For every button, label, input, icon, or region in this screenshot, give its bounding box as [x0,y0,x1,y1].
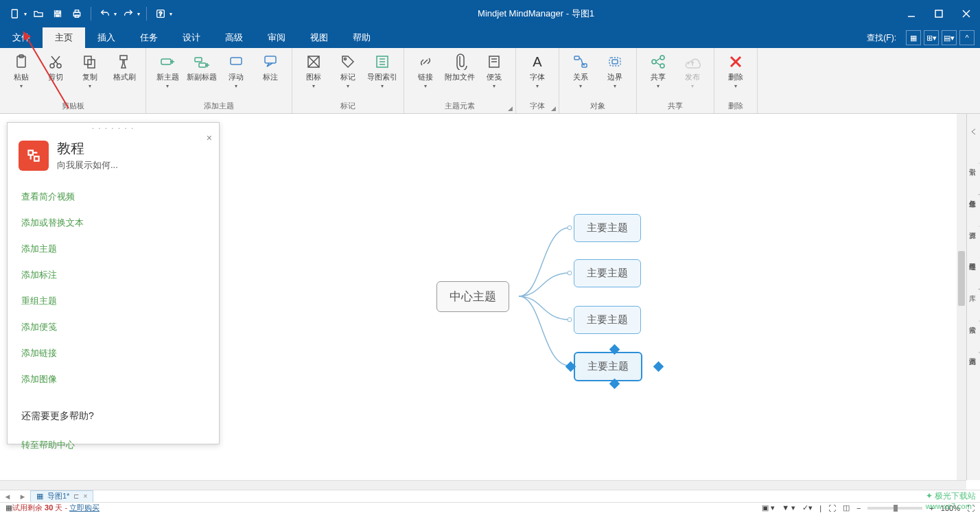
tag-button[interactable]: 标记▾ [331,51,365,92]
zoom-in-button[interactable]: + [929,504,933,512]
sidebar-parts[interactable]: 导图组件 [968,243,980,273]
tab-view[interactable]: 视图 [298,27,340,48]
relation-button[interactable]: 关系▾ [563,51,598,92]
tutorial-link-add-note[interactable]: 添加便笺 [21,314,205,340]
vertical-scrollbar[interactable] [957,114,966,480]
delete-button[interactable]: 删除▾ [719,51,753,92]
menubar-icon-3[interactable]: ▤▾ [942,30,957,45]
zoom-level[interactable]: 100% [941,504,960,512]
menubar-icon-2[interactable]: ⊞▾ [924,30,939,45]
status-fullscreen-icon[interactable]: ⛶ [967,504,975,512]
zoom-out-button[interactable]: − [856,504,861,512]
panel-drag-handle[interactable]: . . . . . . . [8,123,219,132]
status-split-icon[interactable]: ◫ [843,503,850,512]
sidebar-taskinfo[interactable]: 任务信息 [968,180,980,210]
status-task-icon[interactable]: ✓▾ [802,503,813,512]
tab-design[interactable]: 设计 [170,27,213,48]
mindmap-topic-4-selected[interactable]: 主要主题 [574,352,642,381]
cut-button[interactable]: 剪切 [38,51,73,84]
tutorial-link-add-callout[interactable]: 添加标注 [21,262,205,288]
tab-nav-prev[interactable]: ◄ [0,492,15,501]
status-filter-icon[interactable]: ▼ ▾ [782,503,795,512]
group-add-topic-label: 添加主题 [146,101,292,113]
float-button[interactable]: 浮动▾ [219,51,253,92]
tab-nav-next[interactable]: ► [15,492,30,501]
status-fit-icon[interactable]: ⛶ [828,504,836,512]
maximize-button[interactable] [925,0,953,27]
mindmap-topic-1[interactable]: 主要主题 [574,214,641,242]
open-icon[interactable] [29,4,48,23]
callout-button[interactable]: 标注 [253,51,288,84]
tab-insert[interactable]: 插入 [85,27,128,48]
collapse-ribbon-icon[interactable]: ^ [959,30,975,45]
svg-point-41 [660,56,664,60]
share-button[interactable]: 共享▾ [641,51,675,92]
buy-now-link[interactable]: 立即购买 [69,503,100,512]
svg-rect-56 [979,257,979,258]
print-icon[interactable] [67,4,86,23]
tutorial-link-video[interactable]: 查看简介视频 [21,184,205,210]
mindmap-topic-3[interactable]: 主要主题 [574,306,641,334]
sidebar-resource[interactable]: 资源 [968,211,980,241]
status-doc-icon: ▦ [5,503,12,512]
svg-rect-59 [979,258,980,259]
vertical-scroll-thumb[interactable] [958,251,965,306]
tab-advanced[interactable]: 高级 [213,27,255,48]
tab-file[interactable]: 文件 [0,27,43,48]
menubar-icon-1[interactable]: ▦ [906,30,921,45]
tutorial-close-icon[interactable]: × [207,132,212,143]
notes-button[interactable]: 便笺▾ [477,51,511,92]
selection-handle-right[interactable] [653,361,664,372]
sidebar-index[interactable]: 索引 [968,148,980,178]
doc-tab-pin-icon[interactable]: ⊏ [73,492,79,500]
mindmap-center-node[interactable]: 中心主题 [436,281,509,312]
sidebar-browser[interactable]: 浏览器 [968,337,980,368]
elements-launcher-icon[interactable]: ◢ [508,105,513,112]
svg-rect-36 [574,56,579,60]
svg-rect-57 [979,257,980,258]
save-icon[interactable] [48,4,67,23]
doc-tab-close-icon[interactable]: × [83,492,87,500]
tab-help[interactable]: 帮助 [340,27,383,48]
font-button[interactable]: A字体▾ [520,51,555,92]
paste-button[interactable]: 粘贴▾ [4,51,38,92]
link-button[interactable]: 链接▾ [408,51,443,92]
tutorial-link-add-image[interactable]: 添加图像 [21,366,205,392]
tutorial-link-help-center[interactable]: 转至帮助中心 [21,432,205,458]
group-share-label: 共享 [637,101,714,113]
close-button[interactable] [953,0,980,27]
copy-button[interactable]: 复制▾ [73,51,107,92]
sidebar-search[interactable]: 搜索 [968,306,980,336]
tab-task[interactable]: 任务 [128,27,170,48]
help-dropdown[interactable]: ▾ [167,11,174,17]
undo-dropdown[interactable]: ▾ [112,11,119,17]
tutorial-link-add-topic[interactable]: 添加主题 [21,236,205,262]
new-subtitle-button[interactable]: 新副标题 [185,51,219,84]
document-tab[interactable]: ▦ 导图1* ⊏ × [30,490,93,503]
svg-rect-39 [612,60,618,64]
font-launcher-icon[interactable]: ◢ [551,105,556,112]
attach-button[interactable]: 附加文件 [443,51,477,84]
map-index-button[interactable]: 导图索引▾ [365,51,399,92]
svg-rect-18 [161,59,171,64]
tab-review[interactable]: 审阅 [255,27,298,48]
sidebar-expand-icon[interactable] [968,117,980,147]
mindmap-topic-2[interactable]: 主要主题 [574,259,641,287]
svg-point-13 [57,64,61,68]
tab-home[interactable]: 主页 [43,27,85,48]
tutorial-link-reorg[interactable]: 重组主题 [21,288,205,314]
tutorial-link-replace-text[interactable]: 添加或替换文本 [21,210,205,236]
svg-point-50 [568,318,572,322]
boundary-button[interactable]: 边界▾ [598,51,632,92]
sidebar-library[interactable]: 库 [968,274,980,305]
new-doc-dropdown[interactable]: ▾ [22,11,29,17]
zoom-slider[interactable] [867,507,922,510]
new-topic-button[interactable]: 新主题▾ [150,51,185,92]
status-view-icon[interactable]: ▣ ▾ [762,503,775,512]
redo-dropdown[interactable]: ▾ [135,11,142,17]
tutorial-link-add-link[interactable]: 添加链接 [21,340,205,366]
format-painter-button[interactable]: 格式刷 [107,51,141,84]
minimize-button[interactable] [898,0,925,27]
icon-button[interactable]: 图标▾ [296,51,331,92]
svg-rect-21 [195,58,202,62]
